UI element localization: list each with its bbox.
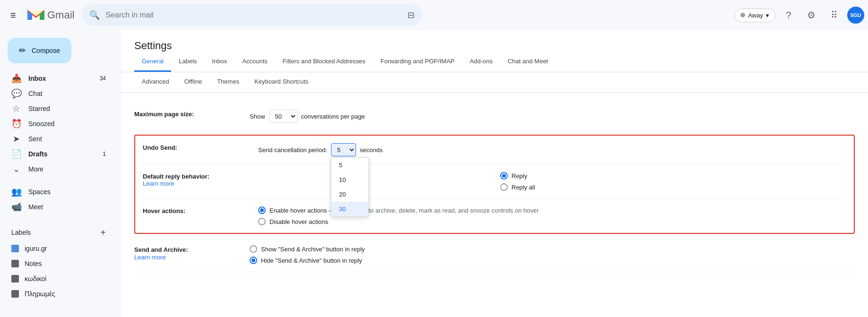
sidebar-item-snoozed[interactable]: ⏰ Snoozed (0, 116, 113, 131)
label-name: iguru.gr (25, 245, 47, 252)
status-chevron-icon: ▾ (766, 12, 769, 19)
undo-send-row: Undo Send: Send cancellation period: 5 1… (143, 143, 846, 164)
sidebar-item-drafts[interactable]: 📄 Drafts 1 (0, 146, 113, 162)
hide-send-archive-option[interactable]: Hide "Send & Archive" button in reply (250, 257, 855, 264)
search-icon: 🔍 (89, 10, 100, 20)
status-button[interactable]: Away ▾ (734, 9, 775, 22)
seconds-label: seconds (360, 146, 382, 154)
show-send-archive-radio[interactable] (250, 245, 257, 253)
page-size-controls: Show 10 25 50 100 conversations per page (250, 110, 855, 123)
label-name: Πληρωμές (25, 290, 55, 298)
sidebar-item-label: Inbox (28, 75, 92, 82)
tab-advanced[interactable]: Advanced (134, 72, 177, 92)
dropdown-option-10[interactable]: 10 (331, 172, 368, 187)
search-tune-icon[interactable]: ⊟ (408, 10, 415, 20)
default-reply-label-col: Default reply behavior: Learn more (143, 172, 489, 187)
sidebar-item-label: More (28, 165, 106, 173)
disable-hover-label: Disable hover actions (269, 218, 328, 225)
sidebar-item-label: Chat (28, 90, 106, 97)
sidebar-item-label: Starred (28, 105, 106, 112)
bordered-section: Undo Send: Send cancellation period: 5 1… (134, 135, 855, 234)
settings-title: Settings (121, 30, 868, 52)
sidebar-item-inbox[interactable]: 📥 Inbox 34 (0, 71, 113, 86)
sidebar-item-more[interactable]: ⌄ More (0, 162, 113, 177)
topbar: ☰ Gmail 🔍 ⊟ Away ▾ (0, 0, 868, 30)
sidebar-item-meet[interactable]: 📹 Meet (11, 199, 102, 214)
sidebar-item-spaces[interactable]: 👥 Spaces (11, 184, 102, 199)
page-size-label: Maximum page size: (134, 110, 238, 118)
settings-panel: Settings General Labels Inbox Accounts F… (121, 30, 868, 317)
max-page-size-row: Maximum page size: Show 10 25 50 100 con… (134, 102, 855, 131)
reply-all-radio[interactable] (500, 183, 508, 191)
tab-addons[interactable]: Add-ons (462, 52, 500, 72)
tab-inbox[interactable]: Inbox (205, 52, 235, 72)
sidebar-item-sent[interactable]: ➤ Sent (0, 131, 113, 146)
send-archive-label: Send and Archive: (134, 245, 238, 253)
menu-icon: ☰ (10, 12, 16, 19)
reply-all-option[interactable]: Reply all (500, 183, 846, 191)
page-size-select[interactable]: 10 25 50 100 (269, 110, 297, 123)
avatar[interactable]: 5GU (847, 7, 864, 24)
default-reply-learn-more[interactable]: Learn more (143, 180, 174, 187)
reply-label: Reply (512, 172, 527, 180)
tab-labels[interactable]: Labels (171, 52, 204, 72)
send-archive-learn-more[interactable]: Learn more (134, 254, 165, 261)
menu-button[interactable]: ☰ (4, 6, 23, 25)
hover-actions-label: Hover actions: (143, 206, 247, 214)
add-label-button[interactable]: + (96, 226, 110, 239)
reply-radio[interactable] (500, 172, 508, 180)
hide-send-archive-radio[interactable] (250, 257, 257, 264)
reply-all-label: Reply all (512, 184, 535, 191)
disable-hover-option[interactable]: Disable hover actions (258, 218, 846, 225)
sidebar-item-label: Meet (28, 203, 95, 211)
hover-actions-row: Hover actions: Enable hover actions - ga… (143, 199, 846, 225)
topbar-right: Away ▾ ? ⚙ ⠿ 5GU (734, 6, 864, 25)
reply-option[interactable]: Reply (500, 172, 846, 180)
show-send-archive-option[interactable]: Show "Send & Archive" button in reply (250, 245, 855, 253)
labels-section-header: Labels + (0, 218, 121, 241)
disable-hover-radio[interactable] (258, 218, 266, 225)
search-bar: 🔍 ⊟ (82, 4, 422, 26)
tab-filters[interactable]: Filters and Blocked Addresses (275, 52, 373, 72)
apps-button[interactable]: ⠿ (825, 6, 843, 25)
settings-button[interactable]: ⚙ (802, 6, 821, 25)
label-item[interactable]: Πληρωμές (0, 286, 113, 301)
label-color-dot (11, 260, 19, 267)
settings-content: Maximum page size: Show 10 25 50 100 con… (121, 93, 868, 282)
label-item[interactable]: iguru.gr (0, 241, 113, 256)
dropdown-option-5[interactable]: 5 (331, 158, 368, 172)
drafts-icon: 📄 (11, 149, 21, 159)
compose-button[interactable]: ✏ Compose (8, 38, 71, 63)
help-icon: ? (786, 10, 791, 21)
main-layout: ✏ Compose 📥 Inbox 34 💬 Chat ☆ Starred ⏰ … (0, 30, 868, 317)
dropdown-option-20[interactable]: 20 (331, 187, 368, 202)
cancellation-select[interactable]: 5 10 20 30 (331, 143, 356, 156)
label-item[interactable]: κωδικοί (0, 271, 113, 286)
send-archive-options: Show "Send & Archive" button in reply Hi… (250, 245, 855, 264)
gmail-text: Gmail (47, 9, 74, 21)
tab-forwarding[interactable]: Forwarding and POP/IMAP (373, 52, 462, 72)
tab-chatmeet[interactable]: Chat and Meet (500, 52, 556, 72)
apps-icon: ⠿ (831, 9, 838, 21)
tab-general[interactable]: General (134, 52, 171, 72)
search-input[interactable] (105, 11, 402, 19)
spaces-icon: 👥 (11, 187, 21, 197)
sent-icon: ➤ (11, 134, 21, 144)
settings-icon: ⚙ (807, 9, 816, 21)
period-label: Send cancellation period: (258, 146, 327, 154)
status-label: Away (748, 12, 763, 19)
tab-accounts[interactable]: Accounts (234, 52, 275, 72)
content-area: Settings General Labels Inbox Accounts F… (121, 30, 868, 317)
gmail-logo[interactable]: Gmail (26, 9, 74, 22)
sidebar-item-chat[interactable]: 💬 Chat (0, 86, 113, 101)
label-item[interactable]: Notes (0, 256, 113, 271)
tab-shortcuts[interactable]: Keyboard Shortcuts (247, 72, 316, 92)
tab-themes[interactable]: Themes (209, 72, 247, 92)
undo-send-label: Undo Send: (143, 143, 247, 151)
dropdown-option-30[interactable]: 30 (331, 202, 368, 216)
tab-offline[interactable]: Offline (177, 72, 209, 92)
help-button[interactable]: ? (779, 6, 798, 25)
sidebar-item-label: Spaces (28, 188, 95, 196)
enable-hover-radio[interactable] (258, 206, 266, 214)
sidebar-item-starred[interactable]: ☆ Starred (0, 101, 113, 116)
